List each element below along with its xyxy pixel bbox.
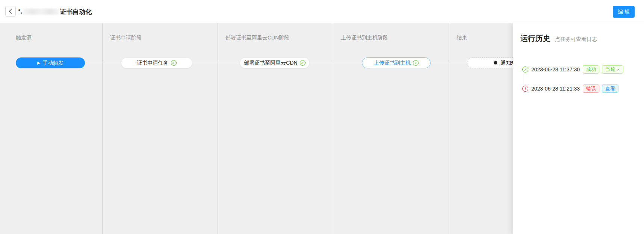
task-label: 手动触发	[42, 60, 63, 66]
task-cert-request[interactable]: 证书申请任务 ✓	[121, 57, 192, 68]
task-label: 部署证书至阿里云CDN	[244, 60, 297, 66]
status-badge-success: 成功	[583, 65, 599, 74]
stage-label: 触发源	[16, 35, 32, 41]
history-entry: ✓ 2023-06-28 11:37:30 成功 当前 ×	[522, 65, 626, 74]
run-history-panel: 运行历史 点任务可查看日志 ✓ 2023-06-28 11:37:30 成功 当…	[513, 23, 644, 234]
page-title: *. 证书自动化	[18, 0, 92, 23]
manual-trigger-button[interactable]: ▶ 手动触发	[16, 57, 85, 68]
stage-label: 结束	[457, 35, 467, 41]
task-deploy-cdn[interactable]: 部署证书至阿里云CDN ✓	[240, 57, 310, 68]
chevron-left-icon	[9, 9, 12, 14]
panel-subtitle: 点任务可查看日志	[555, 36, 597, 43]
view-run-button[interactable]: 查看	[602, 85, 618, 93]
error-circle-icon: i	[522, 86, 528, 92]
certificate-automation-page: *. 证书自动化 编 辑 触发源 证书申请阶段 部署证书至阿里云CDN阶段 上传…	[0, 0, 644, 234]
task-upload-host[interactable]: 上传证书到主机 ✓	[362, 57, 431, 68]
check-circle-icon: ✓	[413, 60, 419, 66]
check-circle-icon: ✓	[171, 60, 177, 66]
back-button[interactable]	[5, 6, 16, 17]
panel-title: 运行历史	[520, 33, 550, 44]
success-circle-icon: ✓	[522, 66, 528, 72]
stage-column-upload-host: 上传证书到主机阶段	[333, 23, 449, 234]
status-badge-error: 错误	[583, 85, 599, 93]
task-label: 上传证书到主机	[374, 60, 411, 66]
stage-label: 证书申请阶段	[110, 35, 142, 41]
close-icon[interactable]: ×	[617, 67, 620, 72]
timeline-connector	[525, 74, 525, 85]
check-circle-icon: ✓	[300, 60, 305, 66]
bell-icon	[493, 60, 498, 66]
edit-button[interactable]: 编 辑	[613, 6, 635, 18]
run-timestamp: 2023-06-28 11:37:30	[531, 66, 580, 72]
current-run-tag[interactable]: 当前 ×	[602, 65, 623, 74]
history-entry: i 2023-06-28 11:21:33 错误 查看	[522, 84, 621, 93]
task-label: 证书申请任务	[137, 60, 169, 66]
stage-label: 上传证书到主机阶段	[341, 35, 388, 41]
stage-column-deploy-cdn: 部署证书至阿里云CDN阶段	[218, 23, 333, 234]
stage-label: 部署证书至阿里云CDN阶段	[225, 35, 289, 41]
redacted-domain-text	[23, 9, 59, 15]
stage-column-trigger: 触发源	[0, 23, 103, 234]
title-prefix: *.	[18, 8, 22, 15]
title-suffix: 证书自动化	[60, 8, 92, 16]
run-timestamp: 2023-06-28 11:21:33	[531, 86, 580, 92]
stage-column-cert-request: 证书申请阶段	[103, 23, 218, 234]
play-icon: ▶	[37, 61, 40, 65]
current-run-label: 当前	[605, 66, 615, 73]
panel-header: 运行历史 点任务可查看日志	[520, 33, 597, 44]
page-header: *. 证书自动化 编 辑	[0, 0, 644, 23]
